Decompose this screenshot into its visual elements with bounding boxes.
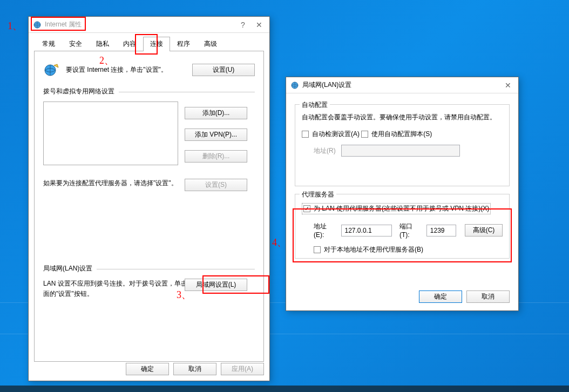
tab-connections[interactable]: 连接	[143, 37, 170, 51]
divider	[97, 269, 255, 269]
checkbox-label: 为 LAN 使用代理服务器(这些设置不用于拨号或 VPN 连接)(X)	[314, 204, 489, 213]
divider	[119, 92, 255, 92]
checkbox-label: 自动检测设置(A)	[312, 130, 360, 139]
checkbox-box	[303, 205, 310, 212]
ok-button[interactable]: 确定	[126, 363, 169, 375]
close-button[interactable]: ✕	[500, 78, 516, 93]
lan-section-label: 局域网(LAN)设置	[43, 264, 92, 273]
port-label: 端口(T):	[399, 222, 422, 239]
tab-advanced[interactable]: 高级	[197, 37, 224, 51]
tab-programs[interactable]: 程序	[170, 37, 197, 51]
advanced-button[interactable]: 高级(C)	[465, 224, 503, 236]
tab-content[interactable]: 内容	[116, 37, 143, 51]
dialog-title: Internet 属性	[45, 20, 235, 29]
lan-settings-dialog: 局域网(LAN)设置 ✕ 自动配置 自动配置会覆盖手动设置。要确保使用手动设置，…	[286, 77, 519, 311]
script-address-label: 地址(R)	[314, 146, 336, 156]
cancel-button[interactable]: 取消	[466, 290, 510, 303]
close-button[interactable]: ✕	[251, 17, 267, 32]
add-button[interactable]: 添加(D)...	[185, 107, 247, 119]
checkbox-box	[361, 131, 368, 138]
dialog-title: 局域网(LAN)设置	[302, 80, 500, 90]
titlebar[interactable]: Internet 属性 ? ✕	[29, 17, 269, 33]
script-address-input	[341, 145, 460, 157]
tab-general[interactable]: 常规	[35, 37, 62, 51]
settings-button: 设置(S)	[185, 179, 247, 191]
dialup-listbox[interactable]	[43, 102, 178, 165]
internet-options-icon	[290, 81, 299, 90]
internet-options-icon	[33, 21, 42, 29]
auto-config-text: 自动配置会覆盖手动设置。要确保使用手动设置，请禁用自动配置。	[302, 112, 503, 122]
proxy-group: 代理服务器 为 LAN 使用代理服务器(这些设置不用于拨号或 VPN 连接)(X…	[295, 194, 510, 259]
ok-button[interactable]: 确定	[419, 290, 462, 303]
remove-button: 删除(R)...	[185, 150, 247, 163]
dialup-section-label: 拨号和虚拟专用网络设置	[43, 87, 114, 96]
group-legend-auto: 自动配置	[300, 100, 330, 110]
checkbox-box	[314, 246, 321, 253]
auto-config-group: 自动配置 自动配置会覆盖手动设置。要确保使用手动设置，请禁用自动配置。 自动检测…	[295, 104, 510, 186]
proxy-address-input[interactable]: 127.0.0.1	[341, 225, 392, 236]
tabs: 常规 安全 隐私 内容 连接 程序 高级	[34, 36, 264, 51]
tab-privacy[interactable]: 隐私	[89, 37, 116, 51]
auto-detect-checkbox[interactable]: 自动检测设置(A)	[302, 130, 360, 139]
use-proxy-checkbox[interactable]: 为 LAN 使用代理服务器(这些设置不用于拨号或 VPN 连接)(X)	[302, 203, 491, 214]
lan-settings-button[interactable]: 局域网设置(L)	[185, 279, 247, 291]
checkbox-label: 对于本地地址不使用代理服务器(B)	[324, 245, 423, 254]
help-button[interactable]: ?	[235, 17, 251, 32]
proxy-port-input[interactable]: 1239	[426, 225, 456, 236]
checkbox-box	[302, 131, 309, 138]
setup-button[interactable]: 设置(U)	[192, 64, 255, 76]
tab-security[interactable]: 安全	[62, 37, 89, 51]
proxy-hint: 如果要为连接配置代理服务器，请选择"设置"。	[43, 179, 178, 188]
add-vpn-button[interactable]: 添加 VPN(P)...	[185, 129, 247, 141]
internet-properties-dialog: Internet 属性 ? ✕ 常规 安全 隐私 内容 连接 程序 高级	[28, 16, 270, 381]
group-legend-proxy: 代理服务器	[300, 190, 336, 199]
taskbar	[0, 386, 569, 392]
use-script-checkbox[interactable]: 使用自动配置脚本(S)	[361, 130, 432, 139]
lan-hint: LAN 设置不应用到拨号连接。对于拨号设置，单击上面的"设置"按钮。	[43, 279, 194, 299]
titlebar[interactable]: 局域网(LAN)设置 ✕	[286, 77, 518, 93]
cancel-button[interactable]: 取消	[173, 363, 216, 375]
bypass-local-checkbox[interactable]: 对于本地地址不使用代理服务器(B)	[314, 245, 423, 254]
connections-panel: 要设置 Internet 连接，单击"设置"。 设置(U) 拨号和虚拟专用网络设…	[34, 51, 264, 362]
annotation-4: 4、	[272, 236, 287, 249]
setup-text: 要设置 Internet 连接，单击"设置"。	[66, 65, 192, 75]
checkbox-label: 使用自动配置脚本(S)	[371, 130, 432, 139]
address-label: 地址(E):	[314, 222, 337, 239]
annotation-1: 1、	[8, 19, 22, 32]
apply-button: 应用(A)	[221, 363, 264, 375]
globe-icon	[43, 61, 60, 78]
